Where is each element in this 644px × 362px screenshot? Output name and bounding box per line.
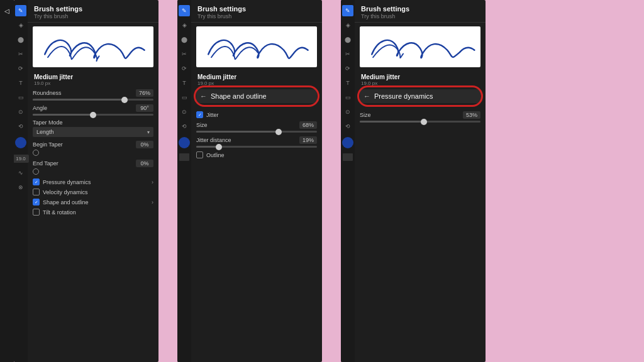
end-taper-label: End Taper [33,160,58,167]
right-pink-area [486,0,644,362]
panel3-subtitle: Try this brush [361,13,479,19]
panel3-size-slider[interactable] [360,121,480,123]
panel3-color-swatch[interactable] [342,137,353,148]
outline-checkbox[interactable] [196,151,203,158]
nav-back-icon[interactable]: ◁ [1,5,13,16]
size-indicator: 19.0 [14,155,29,163]
pink-gap-1 [158,0,177,362]
fill-icon[interactable]: ⬤ [15,34,26,45]
panel2-lasso-icon[interactable]: ◈ [179,19,190,31]
panel2-header: Brush settings Try this brush [191,0,322,23]
eraser-icon[interactable]: ✂ [15,48,26,60]
panel3-text-icon[interactable]: T [342,77,353,89]
begin-taper-label: Begin Taper [33,141,63,148]
settings-icon[interactable]: ⊗ [15,182,26,193]
panel3-smudge-icon[interactable]: ⟳ [342,63,353,74]
pink-gap-2 [322,0,341,362]
tilt-rotation-label: Tilt & rotation [43,209,153,216]
jitter-checkbox[interactable]: ✓ [196,111,203,118]
panel2-preview [196,26,317,67]
shape-outline-checkbox[interactable]: ✓ [33,199,40,206]
shape-outline-section-header: ← Shape and outline [196,89,317,103]
panel2-eraser-icon[interactable]: ✂ [179,48,190,60]
jitter-distance-row: Jitter distance 19% [196,136,317,148]
angle-row: Angle 90° [33,104,153,116]
text-icon[interactable]: T [15,77,26,89]
begin-taper-circle[interactable] [33,150,39,156]
panel2-smudge-icon[interactable]: ⟳ [179,63,190,74]
tilt-rotation-row[interactable]: Tilt & rotation [33,209,153,216]
panel3-preview [360,26,480,67]
jitter-distance-label: Jitter distance [196,137,231,143]
taper-mode-dropdown[interactable]: Length ▾ [33,127,153,137]
pressure-dynamics-back-icon[interactable]: ← [364,92,370,100]
lasso-icon[interactable]: ◈ [15,19,26,31]
panel3-refine-icon[interactable]: ⊙ [342,106,353,118]
panel1-settings: Roundness 76% Angle 90° [28,87,158,362]
panel3-size-text: 19.0 px [361,80,479,86]
jitter-label: Jitter [206,112,317,118]
panel3-size-value: 53% [463,111,480,119]
panel3-title: Brush settings [361,5,479,13]
panel3-brush-icon[interactable]: ✎ [342,5,353,16]
wave-icon[interactable]: ∿ [15,167,26,178]
panel2-history-icon[interactable]: ⟲ [179,121,190,132]
jitter-distance-value: 19% [299,136,317,144]
roundness-row: Roundness 76% [33,89,153,101]
dropdown-chevron-icon: ▾ [147,129,150,135]
panel2-brush-icon[interactable]: ✎ [179,5,190,16]
end-taper-circle[interactable] [33,168,39,175]
shape-icon[interactable]: ▭ [15,92,26,103]
shape-outline-arrow-icon[interactable]: › [152,199,153,206]
panel1-sidebar: ✎ ◈ ⬤ ✂ ⟳ T ▭ ⊙ ⟲ 19.0 ∿ ⊗ [14,0,28,362]
pressure-dynamics-row[interactable]: ✓ Pressure dynamics › [33,178,153,185]
begin-taper-row: Begin Taper 0% [33,141,153,156]
panel2-fill-icon[interactable]: ⬤ [179,34,190,45]
panel3-content: Brush settings Try this brush Medium jit… [355,0,486,362]
shape-outline-row[interactable]: ✓ Shape and outline › [33,199,153,206]
angle-slider[interactable] [33,114,153,116]
roundness-slider[interactable] [33,99,153,101]
taper-mode-row: Taper Mode Length ▾ [33,119,153,137]
panel3-fill-icon[interactable]: ⬤ [342,34,353,45]
jitter-distance-slider[interactable] [196,146,317,148]
history-icon[interactable]: ⟲ [15,121,26,132]
panel1-title: Brush settings [34,5,152,13]
panel2-color-swatch[interactable] [179,137,190,148]
outline-label: Outline [206,152,317,158]
panel3-settings: Size 53% [355,109,486,362]
jitter-row[interactable]: ✓ Jitter [196,111,317,118]
shape-outline-back-icon[interactable]: ← [200,92,207,100]
pressure-dynamics-arrow-icon[interactable]: › [152,179,153,185]
refine-icon[interactable]: ⊙ [15,106,26,118]
smudge-icon[interactable]: ⟳ [15,63,26,74]
panel2-image-icon[interactable] [179,153,189,161]
panel3-history-icon[interactable]: ⟲ [342,121,353,132]
panel2-text-icon[interactable]: T [179,77,190,89]
pressure-section-wrapper: ← Pressure dynamics [355,87,486,109]
brush-size-text: 19.0 px [34,80,152,86]
panel3-image-icon[interactable] [343,153,353,161]
color-swatch[interactable] [15,137,26,148]
velocity-dynamics-label: Velocity dynamics [43,189,153,195]
panel2-refine-icon[interactable]: ⊙ [179,106,190,118]
panel3-eraser-icon[interactable]: ✂ [342,48,353,60]
panel1-preview [33,26,153,67]
panel2-title: Brush settings [197,5,316,13]
shape-outline-label: Shape and outline [43,199,148,206]
panel2-shape-icon[interactable]: ▭ [179,92,190,103]
taper-mode-value: Length [36,129,54,135]
panel2-size-slider[interactable] [196,131,317,133]
pressure-dynamics-label: Pressure dynamics [43,179,148,185]
angle-label: Angle [33,105,47,111]
pressure-dynamics-checkbox[interactable]: ✓ [33,178,40,185]
outline-row[interactable]: Outline [196,151,317,158]
velocity-dynamics-row[interactable]: Velocity dynamics [33,189,153,195]
tilt-rotation-checkbox[interactable] [33,209,40,216]
panel3-size-label: Size [360,112,371,118]
panel3-shape-icon[interactable]: ▭ [342,92,353,103]
panel3-lasso-icon[interactable]: ◈ [342,19,353,31]
brush-icon[interactable]: ✎ [15,5,26,16]
velocity-dynamics-checkbox[interactable] [33,189,40,195]
panel1-content: Brush settings Try this brush Medium jit… [28,0,158,362]
